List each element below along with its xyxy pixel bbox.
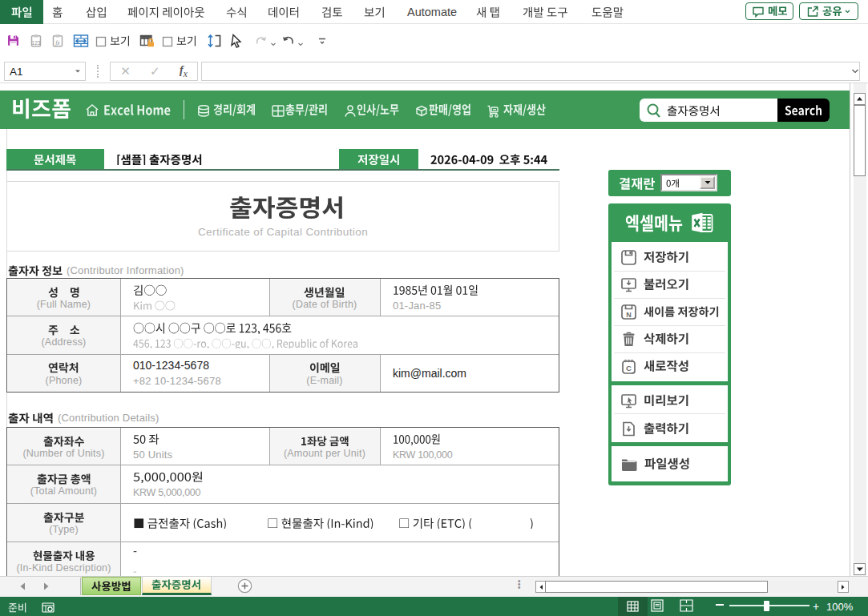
svg-text:fx: fx <box>55 39 60 46</box>
svg-text:N: N <box>626 310 632 318</box>
svg-text:C: C <box>626 363 632 372</box>
svg-text:123: 123 <box>32 40 41 46</box>
